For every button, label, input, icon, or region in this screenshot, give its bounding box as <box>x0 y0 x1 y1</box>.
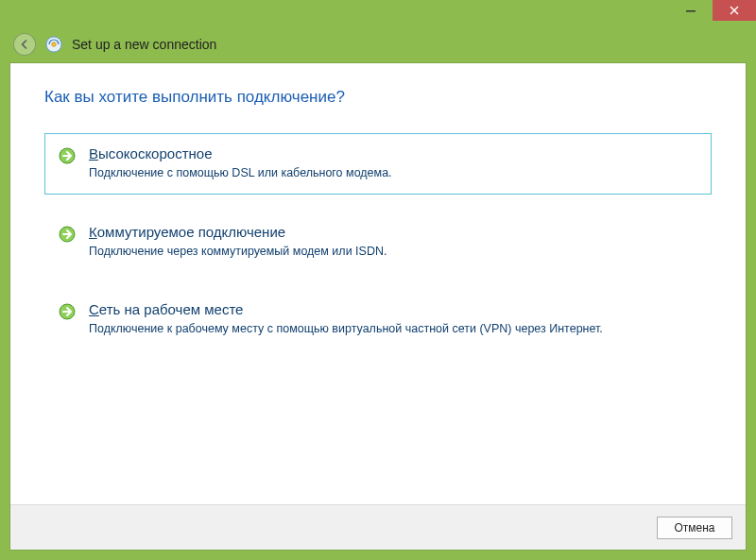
option-desc: Подключение к рабочему месту с помощью в… <box>89 321 697 338</box>
arrow-right-icon <box>59 226 76 243</box>
title-rest: оммутируемое подключение <box>97 224 285 240</box>
close-button[interactable] <box>713 0 756 21</box>
window-controls <box>669 0 756 21</box>
content-frame: Как вы хотите выполнить подключение? Выс… <box>9 62 747 551</box>
accel-key: К <box>89 224 97 240</box>
option-text: Сеть на рабочем месте Подключение к рабо… <box>89 301 697 338</box>
accel-key: В <box>89 145 98 161</box>
option-text: Высокоскоростное Подключение с помощью D… <box>89 145 697 182</box>
option-title: Сеть на рабочем месте <box>89 301 697 317</box>
titlebar <box>0 0 756 26</box>
minimize-button[interactable] <box>669 0 713 21</box>
dialog-window: Set up a new connection Как вы хотите вы… <box>0 0 756 560</box>
option-desc: Подключение через коммутируемый модем ил… <box>89 244 697 261</box>
svg-rect-0 <box>686 10 696 12</box>
footer: Отмена <box>10 504 746 550</box>
close-icon <box>730 6 739 15</box>
content-area: Как вы хотите выполнить подключение? Выс… <box>10 63 746 504</box>
option-title: Коммутируемое подключение <box>89 224 697 240</box>
option-desc: Подключение с помощью DSL или кабельного… <box>89 165 697 182</box>
arrow-right-icon <box>59 303 76 320</box>
arrow-right-icon <box>59 147 76 164</box>
wizard-icon <box>45 36 62 53</box>
title-rest: еть на рабочем месте <box>99 301 244 317</box>
back-button[interactable] <box>13 33 36 56</box>
header: Set up a new connection <box>0 26 756 62</box>
cancel-button[interactable]: Отмена <box>657 517 732 539</box>
option-workplace[interactable]: Сеть на рабочем месте Подключение к рабо… <box>44 289 712 350</box>
back-arrow-icon <box>19 39 30 50</box>
option-dialup[interactable]: Коммутируемое подключение Подключение че… <box>44 212 712 273</box>
page-heading: Как вы хотите выполнить подключение? <box>44 88 712 107</box>
option-text: Коммутируемое подключение Подключение че… <box>89 224 697 261</box>
accel-key: С <box>89 301 99 317</box>
title-rest: ысокоскоростное <box>98 145 212 161</box>
window-title: Set up a new connection <box>72 37 216 52</box>
minimize-icon <box>686 6 696 15</box>
svg-point-4 <box>52 42 56 46</box>
option-broadband[interactable]: Высокоскоростное Подключение с помощью D… <box>44 133 712 195</box>
option-title: Высокоскоростное <box>89 145 697 161</box>
